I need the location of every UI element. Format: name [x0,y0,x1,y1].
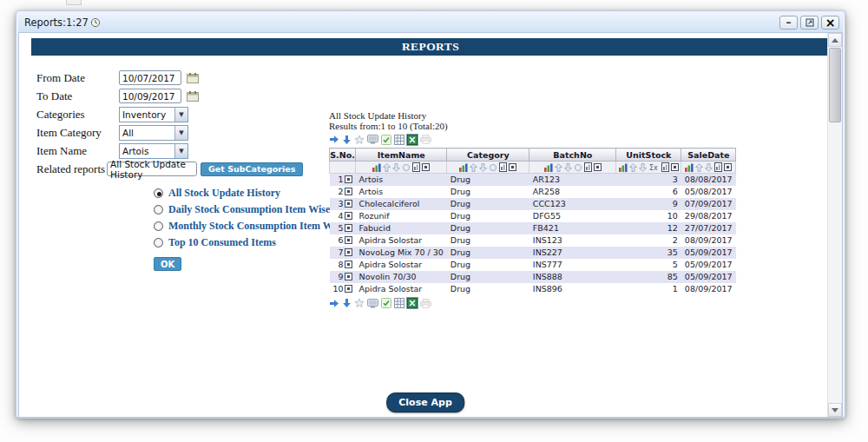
restore-button[interactable] [800,16,819,30]
table-row[interactable]: 9Novolin 70/30DrugINS8888505/09/2017 [330,271,736,283]
select-box-icon[interactable] [345,188,352,195]
column-header-saledate[interactable]: SaleDate [681,148,736,162]
item-name-select[interactable]: Artois ▼ [119,143,188,159]
print-icon[interactable] [420,299,431,308]
table-row[interactable]: 7NovoLog Mix 70 / 30DrugINS2273505/09/20… [330,247,736,259]
table-row[interactable]: 3CholecalciferolDrugCCC123907/09/2017 [330,198,736,210]
minimize-button[interactable]: – [779,16,798,30]
report-page-icon[interactable] [499,162,507,172]
table-row[interactable]: 6Apidra SolostarDrugINS123208/09/2017 [330,234,736,247]
select-box-icon[interactable] [345,212,352,220]
radio-all-stock-update-history[interactable]: All Stock Update History [154,185,323,201]
approve-icon[interactable] [381,298,391,308]
chart-icon[interactable] [619,163,628,172]
column-header-category[interactable]: Category [447,148,529,162]
calendar-icon[interactable] [187,73,199,83]
window-titlebar[interactable]: Reports:1:27 – × [18,13,843,32]
select-box-icon[interactable] [594,163,602,171]
item-category-select[interactable]: All ▼ [119,125,188,141]
chevron-down-icon[interactable]: ▼ [174,126,187,140]
calendar-icon[interactable] [187,91,199,102]
column-header-unitstock[interactable]: UnitStock [616,148,681,162]
column-header-batchno[interactable]: BatchNo [529,148,616,162]
chevron-down-icon[interactable]: ▼ [174,108,187,122]
select-box-icon[interactable] [345,236,352,244]
sort-asc-icon[interactable] [695,163,703,172]
approve-icon[interactable] [381,135,391,145]
filter-circle-icon[interactable] [489,163,497,172]
monitor-icon[interactable] [367,135,378,144]
sort-desc-icon[interactable] [392,163,400,172]
report-page-icon[interactable] [714,162,722,172]
select-box-icon[interactable] [509,163,516,171]
ok-button[interactable]: OK [154,257,181,271]
chart-icon[interactable] [685,163,694,172]
table-row[interactable]: 8Apidra SolostarDrugINS777505/09/2017 [330,259,736,271]
table-row[interactable]: 10Apidra SolostarDrugINS896108/09/2017 [330,283,736,295]
scroll-down-button[interactable] [828,403,842,417]
row-number: 4 [339,211,344,221]
select-box-icon[interactable] [345,261,352,268]
grid-icon[interactable] [394,298,404,308]
radio-top-10-consumed-items[interactable]: Top 10 Consumed Items [154,234,323,251]
filter-circle-icon[interactable] [574,163,582,172]
print-icon[interactable] [420,135,431,144]
excel-export-icon[interactable] [407,298,418,308]
report-page-icon[interactable] [584,162,592,172]
excel-export-icon[interactable] [407,135,418,145]
table-row[interactable]: 1ArtoisDrugAR123308/08/2017 [330,174,736,186]
cell-unitstock: 35 [616,247,681,259]
chevron-down-icon[interactable]: ▼ [174,144,187,158]
select-box-icon[interactable] [345,175,352,183]
filter-circle-icon[interactable] [402,163,411,172]
select-box-icon[interactable] [345,224,352,232]
select-box-icon[interactable] [724,163,732,171]
star-icon[interactable] [354,298,365,308]
chart-icon[interactable] [459,163,468,172]
star-icon[interactable] [354,135,365,145]
select-box-icon[interactable] [422,163,430,171]
sort-desc-icon[interactable] [705,163,713,172]
sort-asc-icon[interactable] [555,163,562,172]
vertical-scrollbar[interactable] [827,33,842,417]
table-row[interactable]: 2ArtoisDrugAR258605/08/2017 [330,186,736,198]
table-row[interactable]: 5FabucidDrugFB4211227/07/2017 [330,222,736,234]
select-box-icon[interactable] [345,285,352,293]
from-date-input[interactable]: 10/07/2017 [119,70,181,85]
arrow-down-icon[interactable] [342,135,352,145]
select-box-icon[interactable] [345,200,352,208]
select-box-icon[interactable] [671,163,679,171]
sort-desc-icon[interactable] [564,163,572,172]
chart-icon[interactable] [544,163,553,172]
chart-icon[interactable] [372,163,381,172]
sort-asc-icon[interactable] [629,163,637,172]
sort-desc-icon[interactable] [639,163,647,172]
get-subcategories-button[interactable]: Get SubCategories [201,162,303,176]
select-box-icon[interactable] [345,273,352,280]
sort-asc-icon[interactable] [470,163,477,172]
scroll-up-button[interactable] [828,33,842,47]
categories-select[interactable]: Inventory ▼ [119,107,188,122]
sort-asc-icon[interactable] [383,163,391,172]
sum-icon[interactable]: Σx [648,163,660,172]
report-page-icon[interactable] [661,162,669,172]
arrow-down-icon [832,408,838,412]
radio-monthly-stock-consumption[interactable]: Monthly Stock Consumption Item Wise [154,218,323,234]
to-date-input[interactable]: 10/09/2017 [119,89,181,103]
close-window-button[interactable]: × [821,16,839,30]
monitor-icon[interactable] [367,299,378,308]
scrollbar-thumb[interactable] [829,48,841,122]
related-reports-input[interactable]: All Stock Update History [107,162,197,176]
report-page-icon[interactable] [412,162,420,172]
select-box-icon[interactable] [345,248,352,256]
table-row[interactable]: 4RozunifDrugDFG551029/08/2017 [330,210,736,222]
sort-desc-icon[interactable] [479,163,487,172]
column-header-itemname[interactable]: ItemName [356,148,447,162]
close-app-button[interactable]: Close App [386,393,464,412]
grid-icon[interactable] [394,135,404,145]
arrow-right-icon[interactable] [329,135,339,144]
arrow-down-icon[interactable] [342,298,352,308]
arrow-right-icon[interactable] [329,299,339,308]
column-header-s-no[interactable]: S.No. [330,148,356,162]
radio-daily-stock-consumption[interactable]: Daily Stock Consumption Item Wise [154,201,323,218]
